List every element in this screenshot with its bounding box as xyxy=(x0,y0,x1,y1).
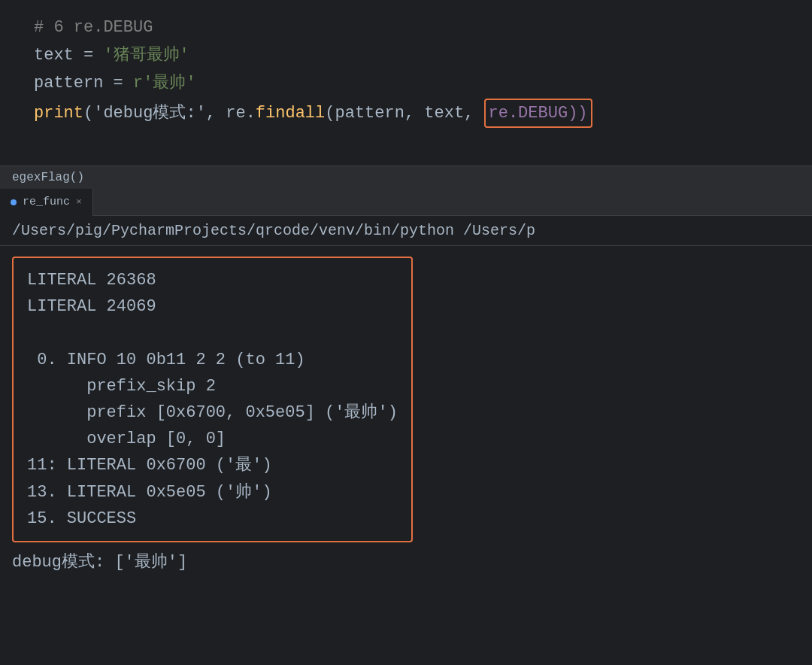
comment-text: # 6 re.DEBUG xyxy=(34,15,153,40)
code-line-print: print('debug模式:', re.findall(pattern, te… xyxy=(0,97,812,129)
var-pattern: pattern xyxy=(34,71,103,96)
func-print: print xyxy=(34,101,83,126)
code-line-pattern-assign: pattern = r'最帅' xyxy=(0,69,812,97)
run-path-text: /Users/pig/PycharmProjects/qrcode/venv/b… xyxy=(12,222,535,239)
output-line-8: 13. LITERAL 0x5e05 ('帅') xyxy=(27,479,398,506)
tooltip-text: egexFlag() xyxy=(12,171,84,184)
output-line-0: LITERAL 26368 xyxy=(27,267,398,293)
editor-area: # 6 re.DEBUG text = '猪哥最帅' pattern = r'最… xyxy=(0,0,812,165)
output-box: LITERAL 26368 LITERAL 24069 0. INFO 10 0… xyxy=(12,257,413,542)
output-line-3: 0. INFO 10 0b11 2 2 (to 11) xyxy=(27,347,398,373)
output-area: LITERAL 26368 LITERAL 24069 0. INFO 10 0… xyxy=(0,246,812,665)
string-pig: '猪哥最帅' xyxy=(103,43,189,68)
string-pattern: r'最帅' xyxy=(133,71,196,96)
debug-result-line: debug模式: ['最帅'] xyxy=(12,542,800,572)
tab-label: re_func xyxy=(23,196,70,208)
code-line-comment: # 6 re.DEBUG xyxy=(0,14,812,41)
func-findall: findall xyxy=(256,101,325,126)
output-line-2 xyxy=(27,320,398,346)
code-line-text-assign: text = '猪哥最帅' xyxy=(0,41,812,69)
output-line-9: 15. SUCCESS xyxy=(27,506,398,532)
tab-dot-icon xyxy=(11,199,17,205)
re-debug-highlighted: re.DEBUG)) xyxy=(484,99,592,128)
output-line-1: LITERAL 24069 xyxy=(27,293,398,320)
output-line-6: overlap [0, 0] xyxy=(27,426,398,452)
tab-re-func[interactable]: re_func × xyxy=(0,189,93,216)
run-path-bar: /Users/pig/PycharmProjects/qrcode/venv/b… xyxy=(0,216,812,246)
main-container: # 6 re.DEBUG text = '猪哥最帅' pattern = r'最… xyxy=(0,0,812,665)
output-line-5: prefix [0x6700, 0x5e05] ('最帅') xyxy=(27,399,398,426)
tab-close-button[interactable]: × xyxy=(76,196,82,208)
var-text: text xyxy=(34,43,74,68)
tab-bar: re_func × xyxy=(0,189,812,216)
output-line-7: 11: LITERAL 0x6700 ('最') xyxy=(27,452,398,478)
tooltip-bar: egexFlag() xyxy=(0,165,812,189)
output-line-4: prefix_skip 2 xyxy=(27,373,398,399)
